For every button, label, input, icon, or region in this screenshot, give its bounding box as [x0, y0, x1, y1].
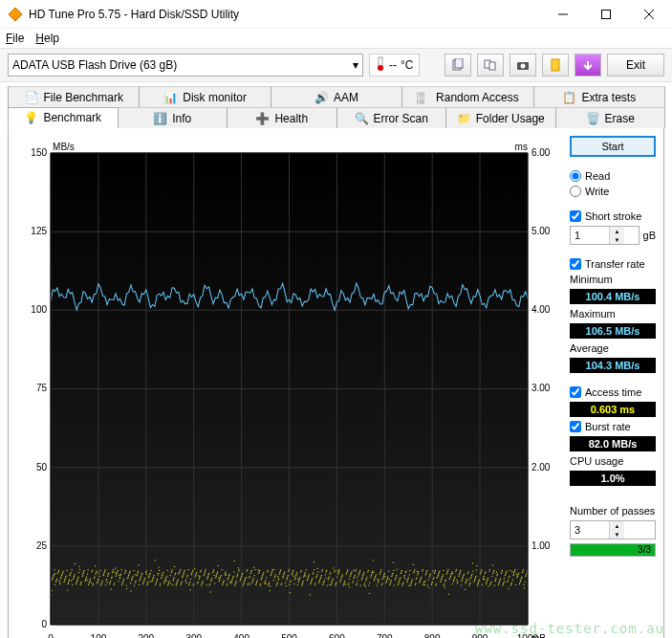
svg-rect-558	[259, 571, 260, 572]
svg-rect-334	[481, 569, 482, 570]
tab-extra-tests[interactable]: 📋Extra tests	[533, 86, 665, 107]
transfer-rate-check[interactable]	[570, 258, 581, 270]
start-button[interactable]: Start	[570, 136, 656, 157]
svg-rect-226	[120, 575, 121, 576]
menu-file[interactable]: File	[6, 32, 24, 45]
svg-rect-461	[89, 582, 90, 583]
svg-rect-76	[69, 580, 70, 581]
svg-rect-797	[470, 577, 471, 578]
options-button[interactable]	[542, 54, 569, 77]
svg-rect-414	[96, 574, 97, 575]
passes-spinner[interactable]: ▲▼	[609, 521, 624, 539]
svg-rect-339	[308, 576, 309, 577]
svg-rect-482	[411, 583, 412, 583]
svg-rect-602	[71, 572, 72, 573]
write-radio[interactable]	[570, 186, 581, 197]
svg-rect-392	[189, 582, 190, 583]
svg-rect-660	[255, 584, 256, 585]
svg-rect-472	[280, 569, 281, 570]
svg-rect-865	[310, 594, 311, 595]
exit-button[interactable]: Exit	[607, 54, 664, 77]
copy-info-button[interactable]	[444, 54, 471, 77]
svg-rect-336	[126, 585, 127, 586]
read-radio[interactable]	[570, 170, 581, 182]
svg-rect-361	[214, 575, 215, 576]
svg-rect-860	[483, 579, 484, 580]
tab-error-scan[interactable]: 🔍Error Scan	[336, 107, 447, 128]
tab-benchmark[interactable]: 💡Benchmark	[8, 107, 119, 128]
menu-help[interactable]: Help	[35, 32, 59, 45]
tab-aam[interactable]: 🔊AAM	[271, 86, 402, 107]
svg-rect-306	[211, 580, 212, 581]
svg-rect-760	[131, 591, 132, 592]
svg-rect-701	[361, 578, 362, 579]
svg-rect-921	[373, 572, 374, 573]
svg-rect-879	[206, 584, 207, 585]
tab-folder-usage[interactable]: 📁Folder Usage	[445, 107, 556, 128]
short-stroke-spinner[interactable]: ▲▼	[609, 227, 624, 244]
screenshot-button[interactable]	[509, 54, 536, 77]
svg-rect-153	[454, 577, 455, 578]
copy-button[interactable]	[477, 54, 504, 77]
svg-rect-539	[58, 570, 59, 571]
svg-rect-620	[210, 591, 211, 592]
close-button[interactable]	[627, 0, 670, 28]
svg-rect-841	[282, 577, 283, 578]
svg-rect-847	[170, 575, 171, 576]
svg-rect-209	[518, 573, 519, 574]
svg-rect-346	[256, 582, 257, 583]
svg-rect-703	[483, 577, 484, 578]
svg-rect-497	[368, 585, 369, 586]
burst-rate-check[interactable]	[570, 421, 581, 432]
save-button[interactable]	[574, 54, 601, 77]
svg-rect-804	[419, 583, 420, 583]
svg-rect-179	[126, 588, 127, 589]
svg-rect-191	[379, 580, 379, 581]
svg-rect-557	[198, 575, 199, 576]
tab-random-access[interactable]: ░Random Access	[401, 86, 533, 107]
svg-rect-80	[312, 578, 313, 579]
svg-rect-806	[64, 582, 65, 583]
svg-rect-559	[319, 580, 320, 581]
tab-file-benchmark[interactable]: 📄File Benchmark	[8, 86, 140, 107]
tab-disk-monitor[interactable]: 📊Disk monitor	[139, 86, 271, 107]
svg-rect-629	[280, 571, 281, 572]
svg-rect-488	[298, 580, 299, 581]
svg-rect-344	[135, 583, 136, 583]
svg-rect-850	[352, 583, 353, 583]
short-stroke-check[interactable]	[570, 210, 581, 222]
tab-info[interactable]: ℹ️Info	[118, 107, 228, 128]
svg-rect-515	[508, 588, 509, 589]
svg-rect-948	[106, 580, 107, 581]
access-time-check[interactable]	[570, 386, 581, 398]
svg-rect-612	[201, 585, 202, 586]
svg-text:50: 50	[36, 462, 48, 473]
passes-input[interactable]	[571, 524, 609, 536]
short-stroke-input[interactable]	[571, 230, 609, 241]
svg-rect-751	[61, 577, 62, 578]
svg-rect-643	[177, 583, 178, 583]
svg-rect-813	[488, 571, 489, 572]
svg-rect-577	[459, 573, 460, 574]
svg-rect-176	[421, 577, 422, 578]
svg-rect-908	[60, 578, 61, 579]
svg-rect-550	[249, 583, 250, 584]
svg-rect-440	[244, 581, 245, 582]
svg-rect-135	[314, 583, 315, 583]
svg-rect-882	[388, 571, 389, 572]
minimize-button[interactable]	[541, 0, 584, 28]
svg-rect-224	[475, 576, 476, 577]
tab-erase[interactable]: 🗑️Erase	[555, 107, 666, 128]
maximize-button[interactable]	[584, 0, 627, 28]
device-select[interactable]: ADATA USB Flash Drive (63 gB) ▾	[8, 54, 363, 77]
svg-rect-158	[281, 583, 282, 583]
svg-rect-305	[150, 581, 151, 582]
tab-health[interactable]: ➕Health	[227, 107, 337, 128]
svg-rect-308	[333, 579, 334, 580]
svg-rect-677	[335, 570, 336, 571]
svg-rect-172	[178, 573, 179, 574]
svg-rect-411	[390, 583, 391, 583]
svg-rect-883	[449, 579, 450, 580]
info-icon: ℹ️	[153, 112, 166, 125]
svg-rect-944	[339, 582, 340, 583]
